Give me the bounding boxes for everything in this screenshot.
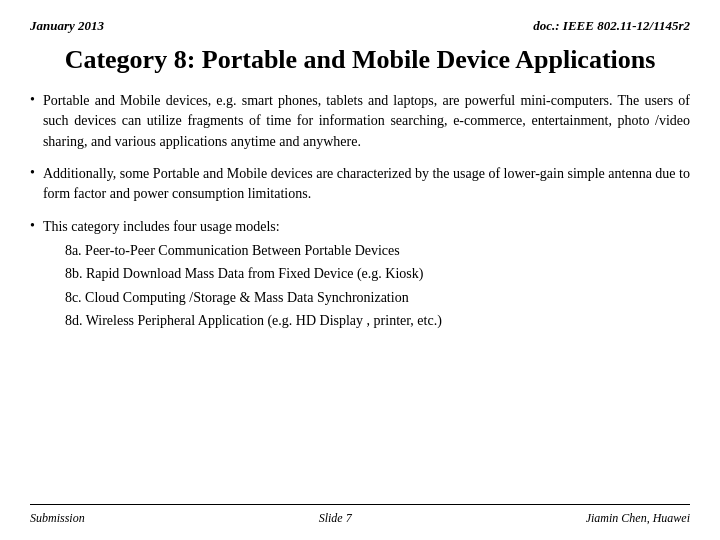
bullet-1-text: Portable and Mobile devices, e.g. smart … bbox=[43, 91, 690, 152]
slide-title: Category 8: Portable and Mobile Device A… bbox=[30, 44, 690, 75]
bullet-3-content: This category includes four usage models… bbox=[43, 217, 442, 331]
sub-items-list: 8a. Peer-to-Peer Communication Between P… bbox=[65, 241, 442, 331]
sub-item-0: 8a. Peer-to-Peer Communication Between P… bbox=[65, 241, 442, 261]
sub-item-2: 8c. Cloud Computing /Storage & Mass Data… bbox=[65, 288, 442, 308]
header-date: January 2013 bbox=[30, 18, 104, 34]
bullet-2-text: Additionally, some Portable and Mobile d… bbox=[43, 164, 690, 205]
footer-slide-number: Slide 7 bbox=[319, 511, 352, 526]
bullet-3-text: This category includes four usage models… bbox=[43, 219, 280, 234]
bullet-3-section: • This category includes four usage mode… bbox=[30, 217, 690, 331]
bullet-1-marker: • bbox=[30, 92, 35, 108]
bullet-2-section: • Additionally, some Portable and Mobile… bbox=[30, 164, 690, 205]
content-area: • Portable and Mobile devices, e.g. smar… bbox=[30, 91, 690, 504]
sub-item-3: 8d. Wireless Peripheral Application (e.g… bbox=[65, 311, 442, 331]
bullet-1-section: • Portable and Mobile devices, e.g. smar… bbox=[30, 91, 690, 152]
header: January 2013 doc.: IEEE 802.11-12/1145r2 bbox=[30, 18, 690, 34]
footer-author: Jiamin Chen, Huawei bbox=[586, 511, 690, 526]
bullet-2-marker: • bbox=[30, 165, 35, 181]
footer: Submission Slide 7 Jiamin Chen, Huawei bbox=[30, 504, 690, 526]
footer-submission: Submission bbox=[30, 511, 85, 526]
sub-item-1: 8b. Rapid Download Mass Data from Fixed … bbox=[65, 264, 442, 284]
header-doc: doc.: IEEE 802.11-12/1145r2 bbox=[533, 18, 690, 34]
bullet-3-marker: • bbox=[30, 218, 35, 234]
slide: January 2013 doc.: IEEE 802.11-12/1145r2… bbox=[0, 0, 720, 540]
